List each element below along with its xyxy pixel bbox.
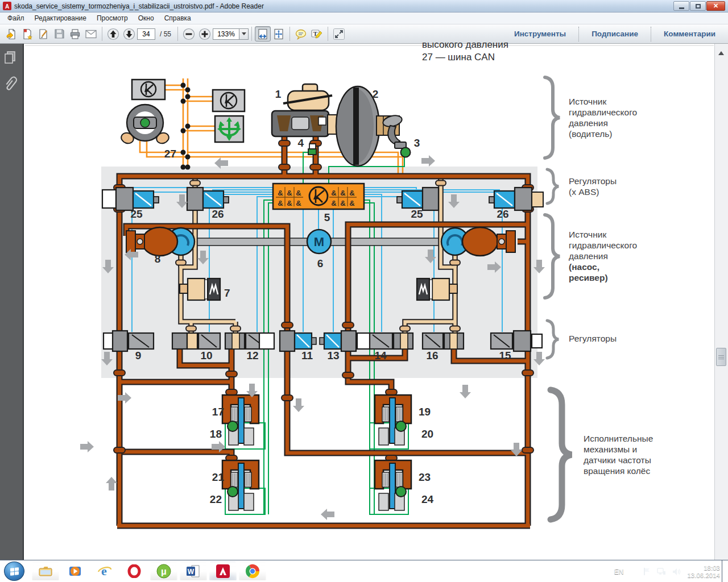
zoom-out-button[interactable]	[181, 26, 197, 41]
menu-item-Окно[interactable]: Окно	[133, 13, 159, 24]
zoom-dropdown-button[interactable]	[239, 28, 249, 40]
start-button[interactable]	[4, 562, 24, 581]
component-number-21: 21	[212, 471, 225, 483]
explorer-folder-icon	[38, 565, 53, 577]
scroll-up-arrow-icon[interactable]	[718, 51, 724, 55]
panel-link-Инструменты[interactable]: Инструменты	[502, 27, 578, 41]
toolbar: / 55 T ИнструментыПодписаниеКомментарии	[0, 24, 728, 44]
zoom-level-input[interactable]	[213, 28, 239, 40]
taskbar-button-media-player[interactable]	[61, 562, 89, 581]
wheel-speed-sensor-icon	[396, 421, 406, 431]
show-desktop-button[interactable]	[722, 560, 728, 582]
sign-document-button[interactable]	[35, 26, 51, 41]
page-count-label: / 55	[160, 30, 171, 38]
component-number-26: 26	[212, 208, 224, 220]
system-tray: EN 18:03 13.06.2014	[614, 560, 720, 582]
fit-page-button[interactable]	[271, 26, 287, 41]
menu-item-Файл[interactable]: Файл	[2, 13, 30, 24]
title-bar: A skoda_service_sistemy_tormozheniya_i_s…	[0, 0, 728, 13]
taskbar-button-adobe-reader[interactable]	[209, 562, 237, 581]
diagram-annotation: Регуляторы(х ABS)	[569, 176, 617, 197]
menu-item-Просмотр[interactable]: Просмотр	[92, 13, 133, 24]
taskbar-button-opera[interactable]	[121, 562, 148, 581]
accumulator-right	[462, 227, 515, 256]
brake-control-module	[213, 90, 245, 111]
panel-link-Подписание[interactable]: Подписание	[578, 27, 651, 41]
taskbar-button-explorer[interactable]	[32, 562, 59, 581]
clock[interactable]: 18:03 13.06.2014	[687, 564, 720, 579]
flow-arrow-icon	[421, 155, 435, 167]
volume-icon[interactable]	[672, 568, 681, 576]
window-title: skoda_service_sistemy_tormozheniya_i_sta…	[14, 2, 264, 10]
component-number-7: 7	[224, 287, 230, 299]
attachments-icon[interactable]	[5, 76, 18, 90]
svg-text:&: &	[287, 189, 292, 197]
close-button[interactable]: ✕	[706, 1, 725, 11]
flow-arrow-icon	[321, 509, 334, 520]
svg-text:W: W	[188, 568, 195, 576]
component-number-11: 11	[301, 350, 313, 361]
comment-button[interactable]	[293, 26, 309, 41]
diagram-annotation: Источникгидравлическогодавления(насос,ре…	[569, 229, 637, 283]
minimize-button[interactable]	[673, 1, 689, 11]
open-file-button[interactable]	[3, 26, 19, 41]
taskbar-button-chrome[interactable]	[239, 562, 266, 581]
fit-width-button[interactable]	[255, 26, 271, 41]
pressure-switch-4	[308, 144, 316, 155]
language-indicator[interactable]: EN	[614, 568, 624, 576]
taskbar-button-utorrent[interactable]: µ	[150, 562, 177, 581]
print-button[interactable]	[67, 26, 83, 41]
wheel-brake-front-left	[222, 395, 259, 445]
diagram-annotation: Регуляторы	[569, 333, 617, 344]
internet-explorer-icon: e	[97, 564, 112, 578]
component-number-27: 27	[164, 148, 176, 160]
steering-wheel-icon	[120, 105, 171, 145]
vertical-scrollbar[interactable]	[714, 44, 728, 560]
flow-arrow-icon	[293, 398, 304, 412]
highlight-text-button[interactable]: T	[309, 26, 325, 41]
reading-mode-button[interactable]	[331, 26, 347, 41]
windows-taskbar: e µ W EN 18:03	[0, 560, 728, 582]
tray-time: 18:03	[687, 564, 720, 572]
maximize-button[interactable]	[690, 1, 706, 11]
component-number-6: 6	[317, 257, 324, 269]
page-text-line: высокого давления	[422, 39, 508, 51]
taskbar-button-word[interactable]: W	[180, 562, 207, 581]
action-center-flag-icon[interactable]	[643, 567, 651, 576]
component-number-24: 24	[421, 493, 434, 505]
zoom-in-button[interactable]	[197, 26, 213, 41]
show-hidden-icons-button[interactable]	[630, 569, 636, 575]
annotation-braces	[545, 77, 572, 519]
taskbar-button-internet-explorer[interactable]: e	[91, 562, 118, 581]
component-number-4: 4	[297, 137, 304, 149]
previous-page-button[interactable]	[105, 26, 121, 41]
component-number-19: 19	[419, 406, 431, 418]
page-number-input[interactable]	[137, 28, 155, 40]
utorrent-icon: µ	[156, 564, 171, 579]
save-button[interactable]	[51, 26, 67, 41]
svg-text:&: &	[331, 189, 336, 197]
component-number-12: 12	[246, 350, 258, 361]
component-number-8: 8	[155, 253, 161, 265]
diagram-annotation: Источникгидравлическогодавления(водитель…	[569, 96, 637, 139]
email-button[interactable]	[83, 26, 99, 41]
component-number-22: 22	[210, 493, 222, 505]
svg-text:e: e	[101, 564, 107, 578]
abs-warning-module	[132, 80, 165, 99]
menu-item-Справка[interactable]: Справка	[159, 13, 196, 24]
chrome-icon	[245, 564, 260, 579]
desktop: &&& &&& &&& &&& M	[0, 0, 728, 582]
media-player-icon	[68, 564, 82, 578]
network-icon[interactable]	[657, 567, 666, 576]
create-pdf-button[interactable]	[19, 26, 35, 41]
scrollbar-thumb[interactable]	[716, 348, 726, 366]
menu-item-Редактирование[interactable]: Редактирование	[30, 13, 92, 24]
page-thumbnails-icon[interactable]	[5, 52, 15, 63]
adobe-reader-icon	[216, 564, 230, 579]
panel-link-Комментарии[interactable]: Комментарии	[651, 27, 728, 41]
component-number-15: 15	[499, 350, 511, 361]
esp-module	[215, 116, 243, 142]
next-page-button[interactable]	[121, 26, 137, 41]
component-number-16: 16	[426, 350, 438, 361]
component-number-10: 10	[200, 350, 212, 361]
